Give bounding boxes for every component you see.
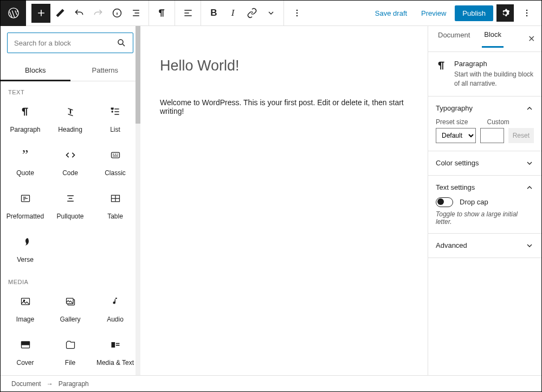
chevron-up-icon <box>525 104 534 113</box>
search-input[interactable] <box>7 33 133 53</box>
more-icon[interactable] <box>287 4 306 23</box>
svg-rect-13 <box>111 152 119 158</box>
redo-icon[interactable] <box>88 4 107 23</box>
block-gallery[interactable]: Gallery <box>48 287 93 331</box>
category-media: MEDIA <box>1 271 140 287</box>
svg-rect-21 <box>21 342 29 345</box>
settings-sidebar: Document Block ✕ Paragraph Start with th… <box>428 26 541 391</box>
svg-point-2 <box>296 10 298 11</box>
italic-icon[interactable]: I <box>223 4 242 23</box>
paragraph-block-icon[interactable] <box>152 4 171 23</box>
block-description: Start with the building block of all nar… <box>454 70 534 88</box>
editor-canvas[interactable]: Hello World! Welcome to WordPress. This … <box>140 26 428 391</box>
tab-document[interactable]: Document <box>436 31 472 47</box>
close-icon[interactable]: ✕ <box>528 34 535 44</box>
edit-icon[interactable] <box>50 4 69 23</box>
outline-icon[interactable] <box>126 4 145 23</box>
panel-color[interactable]: Color settings <box>436 159 534 168</box>
wordpress-logo[interactable] <box>1 1 26 26</box>
block-list[interactable]: List <box>93 98 138 141</box>
paragraph-icon <box>436 60 448 88</box>
add-block-button[interactable] <box>31 4 50 23</box>
info-icon[interactable] <box>107 4 126 23</box>
preset-label: Preset size <box>436 118 483 126</box>
block-code[interactable]: Code <box>48 141 93 184</box>
chevron-down-icon <box>525 241 534 250</box>
post-body[interactable]: Welcome to WordPress. This is your first… <box>160 98 408 115</box>
dropcap-label: Drop cap <box>460 198 488 206</box>
category-text: TEXT <box>1 81 140 98</box>
block-cover[interactable]: Cover <box>3 331 48 374</box>
block-verse[interactable]: Verse <box>3 228 48 271</box>
block-heading[interactable]: Heading <box>48 98 93 141</box>
bold-icon[interactable]: B <box>204 4 223 23</box>
block-pullquote[interactable]: Pullquote <box>48 184 93 228</box>
tab-patterns[interactable]: Patterns <box>70 60 140 81</box>
align-icon[interactable] <box>178 4 197 23</box>
svg-rect-22 <box>111 342 115 348</box>
block-preformatted[interactable]: Preformatted <box>3 184 48 228</box>
svg-point-5 <box>526 10 527 11</box>
svg-rect-24 <box>115 345 119 346</box>
topbar: B I Save draft Preview Publish <box>1 1 541 26</box>
custom-label: Custom <box>487 118 534 126</box>
panel-advanced[interactable]: Advanced <box>436 241 534 250</box>
chevron-down-icon[interactable] <box>261 4 280 23</box>
svg-point-6 <box>526 12 527 14</box>
settings-button[interactable] <box>496 4 514 22</box>
undo-icon[interactable] <box>69 4 88 23</box>
block-classic[interactable]: Classic <box>93 141 138 184</box>
svg-point-8 <box>118 40 123 44</box>
svg-point-7 <box>526 15 527 17</box>
post-title[interactable]: Hello World! <box>160 57 408 74</box>
save-draft-button[interactable]: Save draft <box>370 6 412 21</box>
block-paragraph[interactable]: Paragraph <box>3 98 48 141</box>
svg-point-11 <box>112 111 113 112</box>
link-icon[interactable] <box>242 4 261 23</box>
tab-blocks[interactable]: Blocks <box>1 60 70 81</box>
panel-typography[interactable]: Typography <box>436 104 534 113</box>
block-inserter: Blocks Patterns TEXT ParagraphHeadingLis… <box>1 26 140 391</box>
search-icon <box>117 38 126 48</box>
breadcrumb-root[interactable]: Document <box>11 380 41 388</box>
svg-point-3 <box>296 12 298 14</box>
preview-button[interactable]: Preview <box>416 6 451 21</box>
block-file[interactable]: File <box>48 331 93 374</box>
svg-rect-23 <box>115 343 119 344</box>
kebab-icon[interactable] <box>517 4 536 23</box>
svg-point-4 <box>296 15 298 17</box>
chevron-down-icon <box>525 159 534 168</box>
block-table[interactable]: Table <box>93 184 138 228</box>
block-audio[interactable]: Audio <box>93 287 138 331</box>
tab-block[interactable]: Block <box>482 30 504 48</box>
reset-button[interactable]: Reset <box>508 128 534 143</box>
chevron-up-icon <box>525 183 534 192</box>
dropcap-hint: Toggle to show a large initial letter. <box>436 210 534 226</box>
breadcrumb: Document → Paragraph <box>1 375 541 391</box>
block-media-text[interactable]: Media & Text <box>93 331 138 374</box>
preset-size-select[interactable]: Default <box>436 128 476 143</box>
block-quote[interactable]: ”Quote <box>3 141 48 184</box>
publish-button[interactable]: Publish <box>455 5 493 21</box>
block-image[interactable]: Image <box>3 287 48 331</box>
scrollbar[interactable] <box>136 26 140 391</box>
breadcrumb-current[interactable]: Paragraph <box>59 380 89 388</box>
block-name: Paragraph <box>454 60 534 68</box>
svg-rect-12 <box>111 108 113 109</box>
dropcap-toggle[interactable] <box>436 197 453 207</box>
svg-rect-9 <box>69 110 70 114</box>
custom-size-input[interactable] <box>480 128 504 143</box>
panel-text-settings[interactable]: Text settings <box>436 183 534 192</box>
